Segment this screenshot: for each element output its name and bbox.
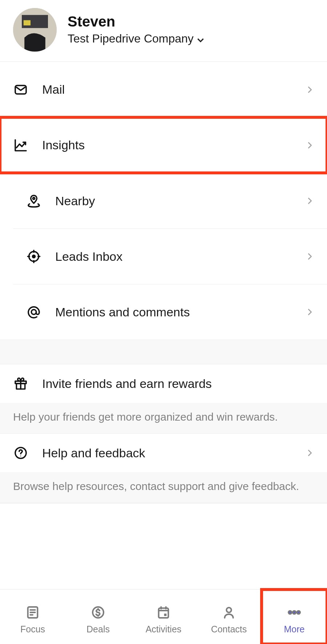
chevron-right-icon — [306, 447, 314, 458]
menu-item-mentions[interactable]: Mentions and comments — [13, 284, 327, 340]
nearby-icon — [26, 193, 41, 208]
user-name: Steven — [68, 12, 205, 31]
company-name: Test Pipedrive Company — [68, 32, 194, 45]
more-icon — [287, 604, 302, 620]
avatar[interactable] — [13, 8, 57, 52]
tab-label: Deals — [86, 624, 110, 635]
activities-icon — [156, 604, 171, 620]
menu-item-label: Mail — [42, 82, 292, 97]
svg-point-11 — [31, 309, 36, 314]
tab-deals[interactable]: Deals — [65, 590, 131, 644]
chevron-right-icon — [306, 195, 314, 206]
tab-label: Contacts — [211, 624, 247, 635]
svg-point-6 — [32, 255, 36, 259]
svg-point-28 — [288, 611, 292, 614]
menu-item-invite[interactable]: Invite friends and earn rewards — [0, 364, 327, 403]
tab-label: More — [284, 624, 305, 635]
svg-point-16 — [20, 455, 21, 456]
invite-subtext: Help your friends get more organized and… — [0, 403, 327, 434]
chevron-down-icon — [196, 35, 205, 45]
contacts-icon — [222, 604, 236, 620]
menu-item-mail[interactable]: Mail — [0, 62, 327, 117]
insights-icon — [13, 138, 28, 153]
section-gap — [0, 340, 327, 364]
tab-label: Focus — [20, 624, 45, 635]
avatar-image — [13, 8, 57, 52]
menu-item-label: Invite friends and earn rewards — [42, 377, 314, 391]
tab-focus[interactable]: Focus — [0, 590, 65, 644]
svg-rect-22 — [159, 608, 169, 618]
leads-icon — [26, 249, 41, 264]
gift-icon — [13, 376, 28, 391]
menu-primary: Mail Insights Nearby — [0, 62, 327, 340]
menu-item-label: Mentions and comments — [55, 305, 292, 319]
deals-icon — [91, 604, 105, 620]
tab-more[interactable]: More — [262, 590, 327, 644]
tab-label: Activities — [146, 624, 182, 635]
svg-point-27 — [226, 607, 231, 612]
svg-point-29 — [293, 611, 296, 614]
svg-point-4 — [33, 198, 35, 199]
tab-contacts[interactable]: Contacts — [196, 590, 262, 644]
menu-item-insights[interactable]: Insights — [0, 117, 327, 173]
chevron-right-icon — [306, 140, 314, 151]
menu-item-help[interactable]: Help and feedback — [0, 434, 327, 472]
menu-item-label: Nearby — [55, 194, 292, 208]
chevron-right-icon — [306, 307, 314, 317]
svg-rect-2 — [24, 20, 31, 25]
svg-point-30 — [297, 611, 300, 614]
help-subtext: Browse help resources, contact support a… — [0, 472, 327, 503]
bottom-nav: Focus Deals Activities Contacts More — [0, 589, 327, 644]
user-info: Steven Test Pipedrive Company — [68, 12, 205, 45]
mail-icon — [13, 82, 28, 97]
tab-activities[interactable]: Activities — [131, 590, 196, 644]
menu-item-label: Leads Inbox — [55, 250, 292, 264]
menu-item-leads[interactable]: Leads Inbox — [13, 228, 327, 284]
chevron-right-icon — [306, 84, 314, 95]
chevron-right-icon — [306, 251, 314, 262]
company-selector[interactable]: Test Pipedrive Company — [68, 32, 205, 45]
menu-item-label: Insights — [42, 138, 292, 152]
mentions-icon — [26, 304, 41, 320]
help-icon — [13, 445, 28, 461]
header: Steven Test Pipedrive Company — [0, 0, 327, 62]
menu-item-nearby[interactable]: Nearby — [13, 173, 327, 228]
svg-rect-26 — [164, 613, 167, 616]
menu-item-label: Help and feedback — [42, 446, 292, 460]
focus-icon — [25, 604, 40, 620]
